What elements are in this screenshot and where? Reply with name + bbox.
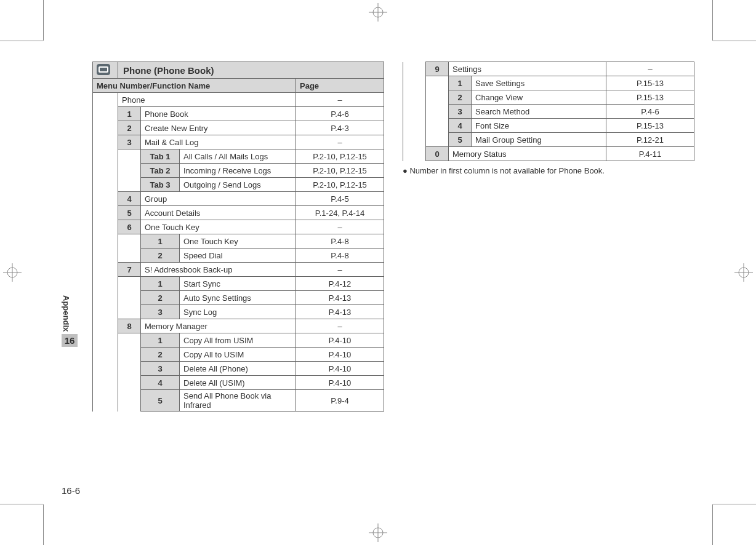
menu-subnumber: 1	[449, 76, 472, 90]
table-row: 9Settings–	[403, 62, 694, 76]
menu-subnumber: 5	[141, 390, 180, 412]
side-tab-label: Appendix	[62, 295, 71, 332]
menu-tab: Tab 1	[141, 149, 180, 164]
menu-tab: Tab 3	[141, 178, 180, 192]
menu-number: 4	[118, 192, 141, 206]
table-row: 1Copy All from USIMP.4-10	[93, 333, 384, 348]
menu-number: 1	[118, 107, 141, 121]
menu-item-label: Mail Group Setting	[472, 133, 606, 147]
menu-item-label: Mail & Call Log	[141, 135, 296, 149]
page-ref: P.4-10	[296, 333, 384, 348]
table-row: 8Memory Manager–	[93, 319, 384, 333]
menu-subnumber: 3	[449, 105, 472, 119]
page-ref: P.2-10, P.12-15	[296, 178, 384, 192]
crop-mark	[713, 41, 756, 41]
table-row: 3Sync LogP.4-13	[93, 305, 384, 319]
page-ref: P.4-10	[296, 348, 384, 362]
page-number: 16-6	[62, 485, 80, 496]
page-ref: P.2-10, P.12-15	[296, 149, 384, 164]
section-title: Phone (Phone Book)	[118, 62, 384, 79]
crop-mark	[43, 504, 44, 545]
crop-mark	[0, 41, 43, 41]
page-ref: P.15-13	[606, 76, 694, 90]
menu-item-label: Search Method	[472, 105, 606, 119]
table-row: 3Mail & Call Log–	[93, 135, 384, 149]
table-row: 3Delete All (Phone)P.4-10	[93, 362, 384, 376]
page-ref: P.4-6	[296, 107, 384, 121]
menu-item-label: Send All Phone Book via Infrared	[180, 390, 296, 412]
menu-item-label: Auto Sync Settings	[180, 291, 296, 305]
page-ref: P.4-6	[606, 105, 694, 119]
table-row: 2Copy All to USIMP.4-10	[93, 348, 384, 362]
menu-item-label: Save Settings	[472, 76, 606, 90]
table-row: 1Phone BookP.4-6	[93, 107, 384, 121]
menu-item-label: Delete All (Phone)	[180, 362, 296, 376]
menu-number: 6	[118, 220, 141, 234]
page-ref: P.15-13	[606, 119, 694, 133]
table-row: 3Search MethodP.4-6	[403, 105, 694, 119]
menu-subnumber: 4	[141, 376, 180, 390]
side-tab: Appendix 16	[62, 295, 78, 347]
menu-subnumber: 1	[141, 277, 180, 291]
page-ref: –	[296, 319, 384, 333]
page-ref: P.4-5	[296, 192, 384, 206]
page-ref: P.1-24, P.4-14	[296, 206, 384, 220]
page-ref: P.4-11	[606, 147, 694, 161]
menu-subnumber: 2	[141, 291, 180, 305]
page-ref: P.9-4	[296, 390, 384, 412]
menu-number: 7	[118, 263, 141, 277]
menu-item-label: Delete All (USIM)	[180, 376, 296, 390]
table-row: Tab 1All Calls / All Mails LogsP.2-10, P…	[93, 149, 384, 164]
table-row: 4GroupP.4-5	[93, 192, 384, 206]
table-row: 6One Touch Key–	[93, 220, 384, 234]
side-tab-chapter: 16	[62, 334, 78, 347]
menu-item-label: Group	[141, 192, 296, 206]
table-row: Tab 3Outgoing / Send LogsP.2-10, P.12-15	[93, 178, 384, 192]
menu-number: 8	[118, 319, 141, 333]
menu-item-label: Account Details	[141, 206, 296, 220]
menu-item-label: Start Sync	[180, 277, 296, 291]
table-row: 2Change ViewP.15-13	[403, 90, 694, 105]
menu-item-label: Change View	[472, 90, 606, 105]
header-page: Page	[296, 79, 384, 93]
menu-number: 2	[118, 121, 141, 135]
footnote: Number in first column is not available …	[403, 166, 694, 175]
menu-item-label: Memory Status	[449, 147, 606, 161]
registration-mark-icon	[369, 523, 387, 542]
table-row: 4Delete All (USIM)P.4-10	[93, 376, 384, 390]
menu-item-label: Settings	[449, 62, 606, 76]
page-ref: P.4-13	[296, 305, 384, 319]
table-row: 1Start SyncP.4-12	[93, 277, 384, 291]
page-ref: P.12-21	[606, 133, 694, 147]
menu-item-label: Phone Book	[141, 107, 296, 121]
menu-item-label: Memory Manager	[141, 319, 296, 333]
table-row: 0Memory StatusP.4-11	[403, 147, 694, 161]
table-row: Tab 2Incoming / Receive LogsP.2-10, P.12…	[93, 164, 384, 178]
page-ref: –	[296, 135, 384, 149]
menu-number: 9	[426, 62, 449, 76]
menu-subnumber: 3	[141, 305, 180, 319]
crop-mark	[43, 0, 44, 41]
registration-mark-icon	[3, 263, 22, 282]
page-ref: P.15-13	[606, 90, 694, 105]
page-ref: P.4-3	[296, 121, 384, 135]
menu-subnumber: 2	[449, 90, 472, 105]
page-ref: P.4-8	[296, 234, 384, 249]
menu-item-label: Font Size	[472, 119, 606, 133]
menu-subnumber: 5	[449, 133, 472, 147]
menu-subnumber: 4	[449, 119, 472, 133]
menu-table-right: 9Settings–1Save SettingsP.15-132Change V…	[403, 62, 694, 161]
menu-subnumber: 2	[141, 348, 180, 362]
menu-item-label: Sync Log	[180, 305, 296, 319]
page-ref: –	[296, 93, 384, 107]
page-ref: –	[296, 220, 384, 234]
page-ref: P.4-12	[296, 277, 384, 291]
menu-table-left: Phone (Phone Book) Menu Number/Function …	[92, 62, 384, 412]
table-row: 7S! Addressbook Back-up–	[93, 263, 384, 277]
menu-item-label: Create New Entry	[141, 121, 296, 135]
menu-item-label: Speed Dial	[180, 249, 296, 263]
menu-item-label: Phone	[118, 93, 296, 107]
crop-mark	[713, 504, 756, 504]
menu-item-label: Copy All from USIM	[180, 333, 296, 348]
crop-mark	[712, 0, 713, 41]
